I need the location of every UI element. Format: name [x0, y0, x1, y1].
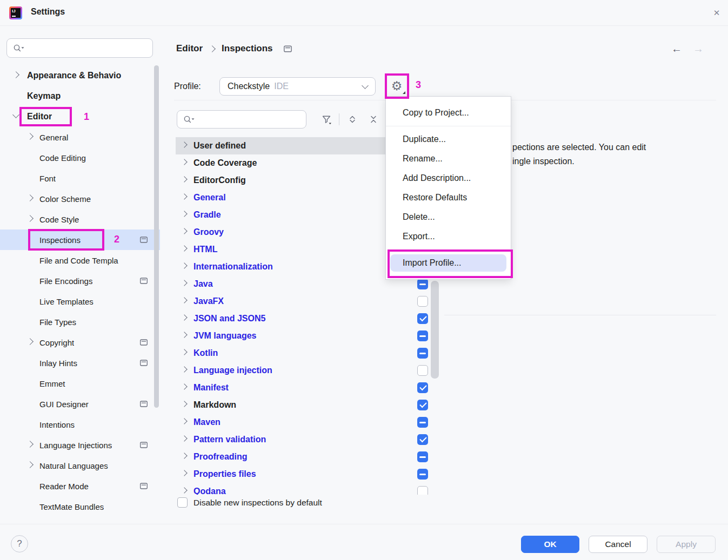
- inspection-group-label: Properties files: [193, 469, 256, 478]
- sidebar-item-label: Live Templates: [0, 297, 93, 306]
- menu-item[interactable]: Restore Defaults: [386, 188, 511, 207]
- chevron-right-icon: [181, 366, 187, 372]
- gear-icon: ⚙: [391, 79, 403, 93]
- inspection-group-row[interactable]: Maven: [176, 414, 439, 431]
- chevron-right-icon: [181, 297, 187, 303]
- project-level-settings-icon: [139, 276, 148, 285]
- sidebar-item[interactable]: Appearance & Behavio: [0, 65, 160, 86]
- inspection-group-row[interactable]: JavaFX: [176, 293, 439, 310]
- close-icon[interactable]: ✕: [710, 6, 724, 20]
- inspection-checkbox[interactable]: [417, 451, 428, 462]
- breadcrumb-inspections[interactable]: Inspections: [222, 43, 272, 54]
- sidebar-item[interactable]: Live Templates: [0, 291, 160, 312]
- cancel-button[interactable]: Cancel: [589, 536, 647, 553]
- sidebar-item[interactable]: File and Code Templa: [0, 250, 160, 271]
- sidebar-scrollbar[interactable]: [154, 65, 159, 408]
- sidebar-item[interactable]: TextMate Bundles: [0, 496, 160, 517]
- sidebar-item[interactable]: TODO: [0, 517, 160, 524]
- window-title: Settings: [31, 7, 65, 17]
- chevron-right-icon: [181, 332, 187, 338]
- collapse-all-icon[interactable]: [369, 114, 378, 124]
- back-arrow-icon[interactable]: ←: [671, 43, 682, 55]
- filter-icon[interactable]: [322, 114, 331, 124]
- chevron-right-icon: [181, 418, 187, 424]
- sidebar-item[interactable]: GUI Designer: [0, 394, 160, 414]
- sidebar-item[interactable]: Color Scheme: [0, 188, 160, 209]
- inspection-checkbox[interactable]: [417, 348, 428, 359]
- inspection-checkbox[interactable]: [417, 382, 428, 393]
- inspection-checkbox[interactable]: [417, 296, 428, 307]
- sidebar-item[interactable]: File Encodings: [0, 271, 160, 291]
- chevron-right-icon: [181, 141, 187, 147]
- inspections-search-input[interactable]: [196, 115, 306, 124]
- chevron-right-icon: [209, 45, 216, 52]
- sidebar-item[interactable]: Font: [0, 168, 160, 188]
- settings-search-field[interactable]: [6, 38, 153, 58]
- sidebar-item[interactable]: General: [0, 127, 160, 147]
- sidebar-item[interactable]: Intentions: [0, 414, 160, 435]
- inspection-checkbox[interactable]: [417, 417, 428, 428]
- menu-item[interactable]: Rename...: [386, 149, 511, 168]
- menu-item[interactable]: Add Description...: [386, 168, 511, 188]
- profile-actions-button[interactable]: ⚙: [389, 78, 405, 95]
- sidebar-item[interactable]: Copyright: [0, 332, 160, 353]
- inspection-group-row[interactable]: JVM languages: [176, 327, 439, 345]
- sidebar-item[interactable]: Inlay Hints: [0, 353, 160, 373]
- inspection-group-row[interactable]: Markdown: [176, 396, 439, 414]
- sidebar-item[interactable]: Reader Mode: [0, 476, 160, 496]
- disable-new-inspections-checkbox[interactable]: [177, 497, 188, 508]
- sidebar-item[interactable]: Inspections: [0, 230, 160, 250]
- sidebar-item[interactable]: Code Editing: [0, 147, 160, 168]
- sidebar-item[interactable]: Natural Languages: [0, 455, 160, 476]
- inspection-checkbox[interactable]: [417, 330, 428, 341]
- menu-item[interactable]: [386, 126, 511, 126]
- expand-all-icon[interactable]: [348, 114, 357, 124]
- inspection-checkbox[interactable]: [417, 279, 428, 289]
- profile-select[interactable]: Checkstyle IDE: [219, 77, 376, 96]
- sidebar-item[interactable]: Code Style: [0, 209, 160, 230]
- settings-category-tree: Appearance & Behavio Keymap: [0, 65, 160, 524]
- menu-item[interactable]: Export...: [386, 227, 511, 246]
- menu-item[interactable]: Import Profile...: [390, 254, 506, 272]
- inspection-group-row[interactable]: Qodana: [176, 483, 439, 495]
- breadcrumb-editor[interactable]: Editor: [176, 43, 203, 54]
- sidebar-item[interactable]: Keymap: [0, 86, 160, 106]
- project-level-settings-icon: [283, 44, 292, 53]
- inspection-checkbox[interactable]: [417, 400, 428, 410]
- help-icon[interactable]: ?: [11, 535, 28, 552]
- inspection-group-row[interactable]: Kotlin: [176, 345, 439, 362]
- menu-item[interactable]: Copy to Project...: [386, 103, 511, 123]
- inspection-checkbox[interactable]: [417, 365, 428, 376]
- inspection-checkbox[interactable]: [417, 313, 428, 324]
- settings-search-input[interactable]: [25, 44, 152, 53]
- menu-item[interactable]: Delete...: [386, 207, 511, 227]
- project-level-settings-icon: [139, 482, 148, 490]
- sidebar-item[interactable]: Language Injections: [0, 435, 160, 455]
- inspection-group-row[interactable]: Properties files: [176, 465, 439, 483]
- sidebar-item-label: Inspections: [0, 235, 81, 245]
- description-line: ingle inspection.: [512, 154, 646, 168]
- inspection-description: pections are selected. You can edit ingl…: [512, 140, 646, 168]
- inspection-group-row[interactable]: Proofreading: [176, 448, 439, 465]
- inspection-group-label: EditorConfig: [193, 176, 246, 185]
- inspections-search-field[interactable]: [177, 110, 306, 129]
- inspection-checkbox[interactable]: [417, 486, 428, 495]
- sidebar-item-label: Font: [0, 174, 56, 183]
- list-scrollbar[interactable]: [431, 281, 439, 379]
- inspection-group-label: Kotlin: [193, 348, 218, 357]
- sidebar-item[interactable]: Editor: [0, 106, 160, 127]
- inspection-checkbox[interactable]: [417, 469, 428, 480]
- inspection-group-row[interactable]: Manifest: [176, 379, 439, 396]
- inspection-group-label: JSON and JSON5: [193, 314, 265, 323]
- inspection-group-row[interactable]: JSON and JSON5: [176, 310, 439, 327]
- inspection-checkbox[interactable]: [417, 434, 428, 445]
- sidebar-item[interactable]: File Types: [0, 312, 160, 332]
- project-level-settings-icon: [139, 359, 148, 367]
- inspection-group-row[interactable]: Pattern validation: [176, 431, 439, 448]
- inspection-group-row[interactable]: Language injection: [176, 362, 439, 379]
- sidebar-item-label: Reader Mode: [0, 482, 89, 491]
- sidebar-item[interactable]: Emmet: [0, 373, 160, 394]
- ok-button[interactable]: OK: [521, 536, 579, 553]
- intellij-logo-icon: IJ: [9, 6, 22, 19]
- menu-item[interactable]: Duplicate...: [386, 130, 511, 149]
